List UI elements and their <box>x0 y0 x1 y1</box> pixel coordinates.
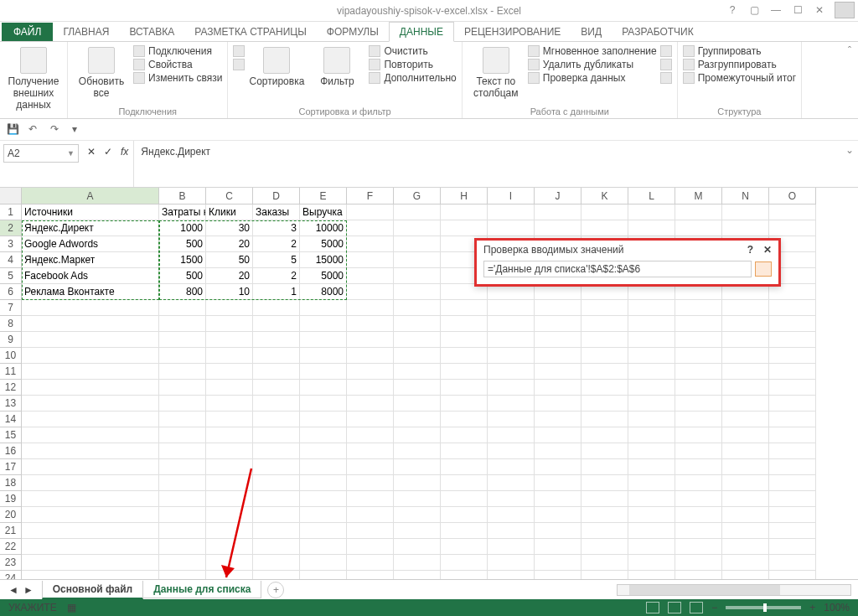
cell[interactable] <box>253 396 300 412</box>
cell[interactable] <box>675 220 722 236</box>
cell[interactable] <box>675 332 722 348</box>
cell[interactable] <box>441 555 488 571</box>
col-header-G[interactable]: G <box>394 188 441 204</box>
cell[interactable] <box>722 380 769 396</box>
cell[interactable] <box>675 364 722 380</box>
cell[interactable] <box>347 380 394 396</box>
cell[interactable] <box>769 475 816 491</box>
cell[interactable] <box>300 475 347 491</box>
cell[interactable] <box>394 427 441 443</box>
cell[interactable] <box>394 204 441 220</box>
cell[interactable] <box>300 348 347 364</box>
cell[interactable] <box>628 555 675 571</box>
cell[interactable] <box>22 427 159 443</box>
cell[interactable] <box>581 427 628 443</box>
cell[interactable] <box>628 443 675 459</box>
edit-links-button[interactable]: Изменить связи <box>133 72 222 84</box>
cell[interactable] <box>722 491 769 507</box>
cell[interactable]: Клики <box>206 204 253 220</box>
cell[interactable] <box>394 316 441 332</box>
cell[interactable] <box>675 348 722 364</box>
cell[interactable] <box>300 380 347 396</box>
cell[interactable] <box>441 571 488 579</box>
cell[interactable] <box>628 364 675 380</box>
cell[interactable] <box>159 539 206 555</box>
text-to-columns-button[interactable]: Текст по столбцам <box>468 45 525 101</box>
cell[interactable] <box>347 571 394 579</box>
cell[interactable] <box>769 396 816 412</box>
cell[interactable] <box>628 220 675 236</box>
row-header[interactable]: 20 <box>0 507 22 523</box>
cell[interactable] <box>581 412 628 427</box>
cell[interactable] <box>394 555 441 571</box>
cell[interactable] <box>535 491 581 507</box>
cell[interactable] <box>722 364 769 380</box>
data-validation-dialog[interactable]: Проверка вводимых значений ? ✕ <box>474 238 781 287</box>
cell[interactable] <box>347 507 394 523</box>
cell[interactable] <box>722 555 769 571</box>
cell[interactable] <box>441 316 488 332</box>
col-header-N[interactable]: N <box>722 188 769 204</box>
cell[interactable] <box>441 427 488 443</box>
cell[interactable] <box>581 316 628 332</box>
cell[interactable] <box>769 523 816 539</box>
name-box[interactable]: A2▼ <box>3 144 79 163</box>
cell[interactable] <box>22 475 159 491</box>
cell[interactable] <box>206 364 253 380</box>
user-avatar[interactable] <box>835 2 855 18</box>
cell[interactable] <box>300 507 347 523</box>
tab-formulas[interactable]: ФОРМУЛЫ <box>317 23 389 41</box>
minimize-icon[interactable]: — <box>766 2 786 18</box>
relationships-button[interactable] <box>660 72 672 84</box>
cell[interactable] <box>769 204 816 220</box>
cell[interactable] <box>769 427 816 443</box>
cell[interactable] <box>347 555 394 571</box>
cell[interactable] <box>769 364 816 380</box>
clear-filter-button[interactable]: Очистить <box>369 45 456 57</box>
cell[interactable] <box>441 380 488 396</box>
cell[interactable] <box>22 300 159 316</box>
cell[interactable] <box>488 507 535 523</box>
cell[interactable]: 500 <box>159 236 206 252</box>
cell[interactable] <box>206 412 253 427</box>
cell[interactable] <box>675 380 722 396</box>
cell[interactable] <box>722 332 769 348</box>
cell[interactable] <box>675 396 722 412</box>
cell[interactable]: 10000 <box>300 220 347 236</box>
row-header[interactable]: 5 <box>0 268 22 284</box>
subtotal-button[interactable]: Промежуточный итог <box>683 72 796 84</box>
cell[interactable] <box>253 427 300 443</box>
cell[interactable] <box>628 571 675 579</box>
cell[interactable] <box>253 316 300 332</box>
cell[interactable] <box>206 427 253 443</box>
cell[interactable] <box>675 571 722 579</box>
cell[interactable] <box>581 507 628 523</box>
row-header[interactable]: 7 <box>0 300 22 316</box>
cell[interactable] <box>535 412 581 427</box>
cell[interactable] <box>488 300 535 316</box>
cell[interactable] <box>628 491 675 507</box>
cell[interactable] <box>675 459 722 475</box>
undo-icon[interactable]: ↶ <box>28 123 42 137</box>
col-header-O[interactable]: O <box>769 188 816 204</box>
col-header-D[interactable]: D <box>253 188 300 204</box>
cell[interactable] <box>394 491 441 507</box>
refresh-all-button[interactable]: Обновить все <box>73 45 130 101</box>
cell[interactable] <box>769 300 816 316</box>
cell[interactable] <box>769 348 816 364</box>
cell[interactable] <box>347 539 394 555</box>
cell[interactable] <box>300 332 347 348</box>
collapse-ribbon-icon[interactable]: ˆ <box>841 42 858 118</box>
cell[interactable] <box>253 491 300 507</box>
cell[interactable] <box>488 396 535 412</box>
cell[interactable]: 800 <box>159 284 206 300</box>
cell[interactable] <box>722 396 769 412</box>
cell[interactable] <box>441 204 488 220</box>
zoom-in-icon[interactable]: + <box>809 602 815 613</box>
cell[interactable] <box>488 380 535 396</box>
cell[interactable] <box>159 475 206 491</box>
tab-file[interactable]: ФАЙЛ <box>2 23 53 41</box>
cell[interactable] <box>22 316 159 332</box>
cell[interactable] <box>206 475 253 491</box>
cell[interactable] <box>628 507 675 523</box>
